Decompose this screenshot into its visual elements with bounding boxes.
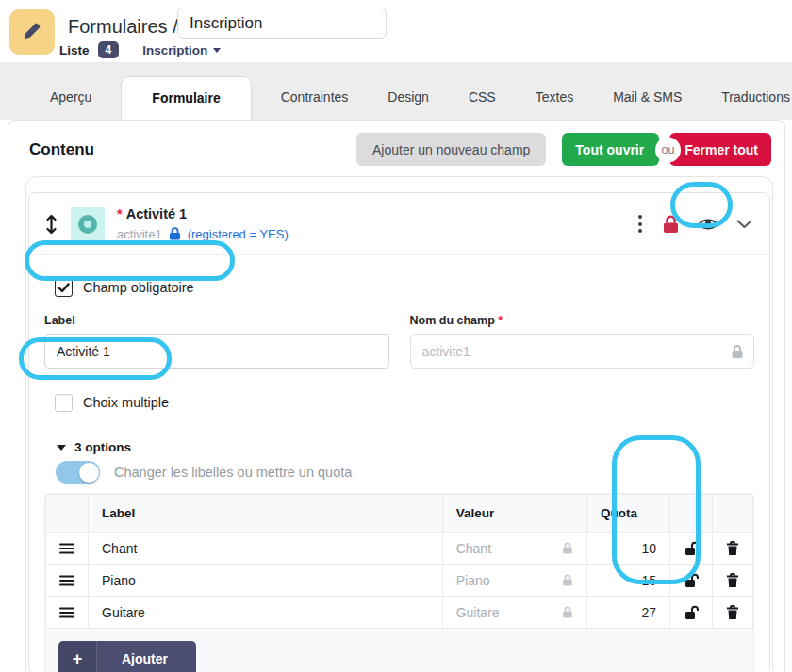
- required-checkbox-label: Champ obligatoire: [83, 280, 194, 295]
- multiple-checkbox-label: Choix multiple: [83, 395, 169, 410]
- multiple-checkbox-row[interactable]: Choix multiple: [55, 389, 754, 416]
- subnav-active-form-label: Inscription: [142, 43, 207, 57]
- drag-handle-icon[interactable]: [46, 597, 89, 629]
- options-summary-row[interactable]: 3 options: [57, 440, 754, 454]
- open-all-button[interactable]: Tout ouvrir: [562, 133, 659, 166]
- content-title: Contenu: [29, 140, 94, 159]
- options-table-header-row: Label Valeur Quota: [46, 495, 753, 533]
- options-count: 3 options: [74, 440, 131, 454]
- lock-icon: [562, 606, 573, 618]
- option-quota-cell[interactable]: 27: [586, 597, 669, 629]
- field-card-activite1: *Activité 1 activite1 (registered = YES): [28, 192, 770, 672]
- tab-band: Aperçu Formulaire Contraintes Design CSS…: [0, 63, 792, 120]
- field-title-text: Activité 1: [126, 206, 187, 221]
- required-marker: *: [117, 206, 123, 221]
- lock-icon: [562, 574, 573, 586]
- breadcrumb: Formulaires /: [68, 16, 178, 38]
- unlock-icon[interactable]: [669, 533, 712, 565]
- tab-contraintes[interactable]: Contraintes: [261, 78, 369, 120]
- tabs: Aperçu Formulaire Contraintes Design CSS…: [0, 63, 792, 120]
- list-count-badge: 4: [98, 41, 120, 58]
- required-checkbox[interactable]: [55, 279, 73, 297]
- option-value-text: Chant: [456, 541, 491, 556]
- condition-lock-icon: [169, 227, 181, 240]
- label-field-label: Label: [44, 314, 389, 327]
- add-option-button[interactable]: + Ajouter: [58, 641, 196, 672]
- lock-column-header: [669, 495, 712, 533]
- option-row-guitare: Guitare Guitare 27: [46, 597, 753, 629]
- tab-design[interactable]: Design: [368, 78, 449, 120]
- option-row-piano: Piano Piano 15: [46, 565, 753, 597]
- option-quota-cell[interactable]: 15: [586, 565, 669, 597]
- field-condition[interactable]: (registered = YES): [188, 226, 289, 243]
- eye-icon[interactable]: [698, 217, 718, 232]
- drag-column-header: [46, 495, 89, 533]
- quota-column-header: Quota: [586, 495, 669, 533]
- option-value-cell: Chant: [442, 533, 586, 565]
- tab-mail-sms[interactable]: Mail & SMS: [593, 78, 701, 120]
- name-required-marker: *: [498, 314, 503, 327]
- tab-traductions[interactable]: Traductions: [701, 78, 792, 120]
- option-label-cell[interactable]: Chant: [89, 533, 443, 565]
- kebab-menu-icon[interactable]: [636, 213, 644, 235]
- name-field-label: Nom du champ *: [410, 314, 755, 327]
- labels-quota-toggle[interactable]: [56, 461, 100, 484]
- form-name-input[interactable]: [177, 8, 387, 39]
- trash-icon[interactable]: [712, 565, 752, 597]
- add-option-row: + Ajouter: [45, 629, 753, 672]
- field-body: Champ obligatoire Label Nom du champ *: [29, 255, 769, 672]
- name-input-wrap: [410, 334, 755, 369]
- fields-list: *Activité 1 activite1 (registered = YES): [25, 176, 773, 672]
- lock-icon: [562, 542, 573, 554]
- drag-handle-icon[interactable]: [46, 565, 89, 597]
- required-checkbox-row[interactable]: Champ obligatoire: [55, 274, 754, 301]
- content-bar: Contenu Ajouter un nouveau champ Tout ou…: [8, 121, 784, 175]
- unlock-icon[interactable]: [669, 565, 712, 597]
- field-header: *Activité 1 activite1 (registered = YES): [29, 193, 769, 255]
- option-label-cell[interactable]: Piano: [89, 565, 443, 597]
- label-field-col: Label: [44, 314, 389, 369]
- form-app-tile: [9, 9, 55, 55]
- add-new-field-button[interactable]: Ajouter un nouveau champ: [356, 133, 546, 166]
- lock-icon: [731, 344, 744, 358]
- or-badge: ou: [655, 137, 681, 162]
- field-settings-grid: Label Nom du champ *: [44, 314, 754, 369]
- option-value-cell: Guitare: [442, 597, 586, 629]
- tab-formulaire[interactable]: Formulaire: [121, 76, 251, 120]
- tab-textes[interactable]: Textes: [516, 78, 593, 120]
- locked-field-icon[interactable]: [662, 215, 680, 234]
- trash-icon[interactable]: [712, 533, 752, 565]
- drag-handle-icon[interactable]: [46, 533, 89, 565]
- close-all-button[interactable]: Fermer tout: [669, 133, 771, 166]
- subnav: Liste 4 Inscription: [59, 41, 230, 58]
- subnav-liste-label[interactable]: Liste: [59, 43, 90, 57]
- name-input: [410, 334, 755, 369]
- field-title: *Activité 1: [117, 205, 289, 224]
- field-header-actions: [636, 213, 752, 235]
- option-quota-cell[interactable]: 10: [586, 533, 669, 565]
- multiple-checkbox[interactable]: [55, 394, 73, 412]
- tab-css[interactable]: CSS: [449, 78, 516, 120]
- toggle-label: Changer les libellés ou mettre un quota: [114, 465, 352, 480]
- tab-apercu[interactable]: Aperçu: [30, 78, 111, 120]
- drag-vertical-icon[interactable]: [44, 214, 58, 235]
- field-machine-name: activite1: [117, 226, 162, 243]
- chevron-down-icon: [213, 48, 221, 53]
- trash-column-header: [712, 495, 752, 533]
- plus-icon: +: [58, 641, 97, 672]
- option-label-cell[interactable]: Guitare: [89, 597, 443, 629]
- label-input[interactable]: [44, 334, 389, 369]
- toggle-knob: [79, 463, 99, 483]
- name-field-label-text: Nom du champ: [410, 314, 495, 327]
- option-value-text: Piano: [456, 573, 490, 588]
- chevron-down-icon[interactable]: [736, 220, 752, 229]
- trash-icon[interactable]: [712, 597, 752, 629]
- subnav-active-form[interactable]: Inscription: [140, 43, 230, 66]
- option-value-cell: Piano: [442, 565, 586, 597]
- field-type-tile: [71, 207, 105, 241]
- label-column-header: Label: [89, 495, 443, 533]
- pencil-icon: [21, 21, 43, 43]
- unlock-icon[interactable]: [669, 597, 712, 629]
- radio-option-icon: [76, 213, 99, 236]
- options-table: Label Valeur Quota: [45, 494, 753, 629]
